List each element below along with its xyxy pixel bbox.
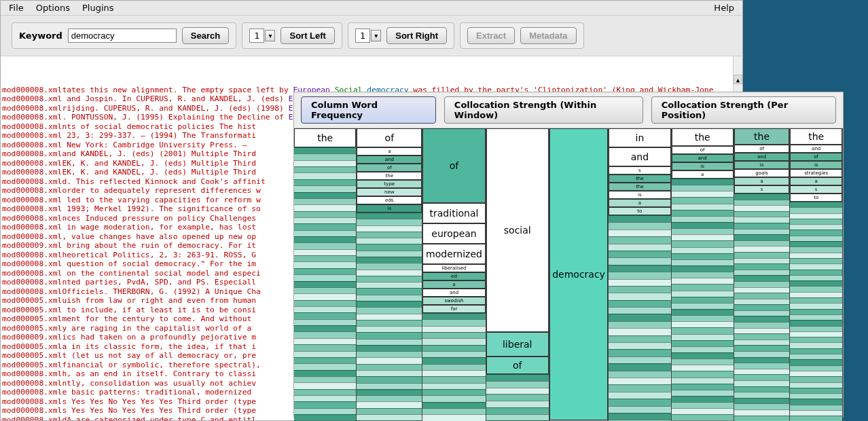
viz-stripe bbox=[790, 348, 842, 354]
menu-plugins[interactable]: Plugins bbox=[77, 1, 120, 14]
viz-cell-and[interactable]: and bbox=[672, 154, 734, 162]
viz-stripe bbox=[672, 346, 734, 352]
viz-stripe bbox=[790, 416, 842, 421]
viz-cell-modernized[interactable]: modernized bbox=[422, 244, 485, 264]
menu-file[interactable]: File bbox=[3, 1, 29, 14]
viz-cell-traditional[interactable]: traditional bbox=[422, 203, 485, 223]
viz-cell-of[interactable]: of bbox=[486, 356, 549, 374]
viz-cell-to[interactable]: to bbox=[790, 194, 842, 202]
sort-right-button[interactable]: Sort Right bbox=[386, 27, 447, 44]
viz-cell-ed[interactable]: ed bbox=[422, 272, 485, 280]
sort-right-spinner[interactable]: 1 ▾ bbox=[355, 29, 381, 43]
keyword-input[interactable] bbox=[68, 29, 177, 43]
viz-cell-is[interactable]: is bbox=[672, 162, 734, 170]
chevron-down-icon[interactable]: ▾ bbox=[371, 30, 381, 41]
sort-left-button[interactable]: Sort Left bbox=[281, 27, 334, 44]
viz-cell-of[interactable]: of bbox=[790, 153, 842, 161]
viz-stripe bbox=[790, 399, 842, 404]
viz-stripe bbox=[357, 351, 422, 357]
viz-cell-to[interactable]: to bbox=[609, 207, 670, 215]
viz-cell-the[interactable]: the bbox=[294, 128, 356, 147]
scroll-up-icon[interactable]: ▲ bbox=[734, 75, 742, 84]
viz-column[interactable]: socialliberalof bbox=[486, 128, 549, 421]
viz-cell-the[interactable]: the bbox=[734, 128, 790, 145]
viz-stripe bbox=[422, 376, 485, 382]
viz-cell-the[interactable]: the bbox=[609, 183, 670, 191]
viz-cell-a[interactable]: a bbox=[672, 170, 734, 179]
viz-cell-european[interactable]: european bbox=[422, 223, 485, 244]
viz-column[interactable]: oftraditionaleuropeanmodernizedliberalis… bbox=[422, 128, 486, 421]
viz-column[interactable]: the bbox=[294, 128, 357, 421]
viz-cell-democracy[interactable]: democracy bbox=[549, 128, 608, 420]
viz-cell-of[interactable]: of bbox=[734, 145, 790, 153]
viz-cell-the[interactable]: the bbox=[790, 128, 842, 145]
viz-cell-strategies[interactable]: strategies bbox=[790, 169, 842, 177]
keyword-label: Keyword bbox=[19, 31, 62, 41]
viz-cell-new[interactable]: new bbox=[357, 188, 422, 196]
viz-cell-is[interactable]: is bbox=[734, 161, 790, 169]
viz-cell-of[interactable]: of bbox=[672, 146, 734, 154]
viz-cell-is[interactable]: is bbox=[357, 204, 422, 213]
viz-cell-goals[interactable]: goals bbox=[734, 169, 790, 177]
extract-button[interactable]: Extract bbox=[467, 27, 515, 44]
viz-stripe bbox=[294, 179, 356, 185]
viz-stripe bbox=[357, 244, 422, 250]
viz-stripe bbox=[294, 281, 356, 287]
viz-cell-of[interactable]: of bbox=[422, 128, 485, 203]
tab-collocation-per-position[interactable]: Collocation Strength (Per Position) bbox=[651, 96, 836, 124]
viz-cell-of[interactable]: of bbox=[357, 164, 422, 172]
viz-stripe bbox=[357, 257, 422, 263]
viz-cell-and[interactable]: and bbox=[609, 147, 670, 166]
viz-cell-and[interactable]: and bbox=[790, 145, 842, 153]
viz-cell-social[interactable]: social bbox=[486, 128, 549, 332]
viz-cell-the[interactable]: the bbox=[672, 128, 734, 146]
viz-cell-s[interactable]: s bbox=[609, 166, 670, 175]
viz-cell-a[interactable]: a bbox=[422, 280, 485, 289]
viz-cell-is[interactable]: is bbox=[609, 191, 670, 199]
viz-column[interactable]: democracy bbox=[549, 128, 609, 421]
menu-help[interactable]: Help bbox=[708, 1, 740, 14]
metadata-button[interactable]: Metadata bbox=[520, 27, 576, 44]
menu-options[interactable]: Options bbox=[31, 1, 75, 14]
viz-cell-a[interactable]: a bbox=[734, 177, 790, 185]
viz-stripe bbox=[609, 236, 670, 243]
viz-cell-swedish[interactable]: swedish bbox=[422, 297, 485, 305]
viz-cell-in[interactable]: in bbox=[609, 128, 670, 147]
viz-cell-a[interactable]: a bbox=[357, 147, 422, 155]
viz-cell-eds[interactable]: eds bbox=[357, 196, 422, 204]
viz-stripe bbox=[357, 282, 422, 288]
viz-cell-s[interactable]: s bbox=[734, 185, 790, 194]
viz-stripe bbox=[422, 364, 485, 370]
viz-column[interactable]: ofaandofthetypenewedsis bbox=[357, 128, 422, 421]
viz-stripe bbox=[294, 312, 356, 318]
viz-column[interactable]: theofandisa bbox=[672, 128, 734, 421]
viz-cell-and[interactable]: and bbox=[357, 155, 422, 164]
viz-cell-liberal[interactable]: liberal bbox=[486, 332, 549, 356]
viz-stripe bbox=[294, 255, 356, 261]
viz-cell-and[interactable]: and bbox=[734, 153, 790, 161]
viz-cell-type[interactable]: type bbox=[357, 180, 422, 188]
viz-cell-s[interactable]: s bbox=[790, 185, 842, 194]
viz-body[interactable]: theofaandofthetypenewedsisoftraditionale… bbox=[294, 128, 843, 421]
tab-column-word-frequency[interactable]: Column Word Frequency bbox=[301, 96, 436, 124]
viz-column[interactable]: inandsthetheisato bbox=[609, 128, 671, 421]
viz-cell-is[interactable]: is bbox=[790, 161, 842, 169]
viz-cell-a[interactable]: a bbox=[609, 199, 670, 207]
sort-left-spinner[interactable]: 1 ▾ bbox=[249, 29, 275, 43]
viz-cell-liberalised[interactable]: liberalised bbox=[422, 264, 485, 272]
viz-stripe bbox=[734, 351, 790, 357]
chevron-down-icon[interactable]: ▾ bbox=[265, 30, 275, 41]
viz-cell-the[interactable]: the bbox=[609, 175, 670, 183]
viz-stripe bbox=[790, 393, 842, 399]
tab-collocation-within-window[interactable]: Collocation Strength (Within Window) bbox=[444, 96, 643, 124]
viz-column[interactable]: theofandisgoalsas bbox=[734, 128, 791, 421]
search-button[interactable]: Search bbox=[182, 27, 229, 44]
viz-cell-the[interactable]: the bbox=[357, 172, 422, 180]
viz-cell-a[interactable]: a bbox=[790, 177, 842, 185]
viz-cell-of[interactable]: of bbox=[357, 128, 422, 147]
viz-cell-for[interactable]: for bbox=[422, 305, 485, 313]
viz-column[interactable]: theandofisstrategiesasto bbox=[790, 128, 843, 421]
viz-stripe bbox=[790, 286, 842, 291]
viz-cell-and[interactable]: and bbox=[422, 289, 485, 297]
viz-stripe bbox=[294, 242, 356, 249]
